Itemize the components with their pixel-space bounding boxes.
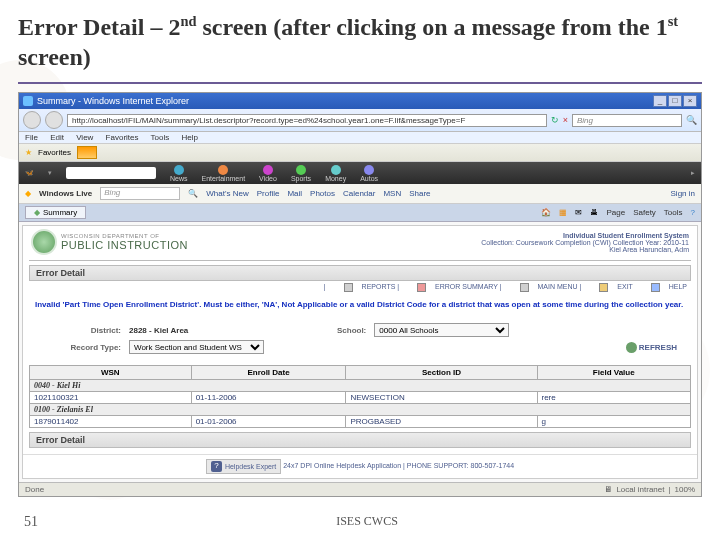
ie-titlebar: Summary - Windows Internet Explorer _ □ … (19, 93, 701, 109)
table-row[interactable]: 1879011402 01-01-2006 PROGBASED g (30, 416, 691, 428)
dpi-seal-icon (31, 229, 57, 255)
col-enroll: Enroll Date (191, 366, 346, 380)
ie-icon (23, 96, 33, 106)
wlive-whatsnew[interactable]: What's New (206, 189, 248, 198)
wlive-calendar[interactable]: Calendar (343, 189, 375, 198)
msn-money[interactable]: Money (325, 165, 346, 182)
record-type-select[interactable]: Work Section and Student WS (129, 340, 264, 354)
wlive-share[interactable]: Share (409, 189, 430, 198)
page-menu[interactable]: Page (606, 208, 625, 217)
favorites-star-icon[interactable]: ★ (25, 148, 32, 157)
msn-search[interactable] (66, 167, 156, 179)
feeds-icon[interactable]: ▦ (559, 208, 567, 217)
menu-file[interactable]: File (25, 133, 38, 142)
tabs-button[interactable] (77, 146, 97, 159)
tools-menu[interactable]: Tools (664, 208, 683, 217)
table-row[interactable]: 1021100321 01-11-2006 NEWSECTION rere (30, 392, 691, 404)
wlive-msn[interactable]: MSN (383, 189, 401, 198)
wlive-mail[interactable]: Mail (287, 189, 302, 198)
wlive-signin[interactable]: Sign in (671, 189, 695, 198)
refresh-icon2 (626, 342, 637, 353)
helpdesk-q-icon: ? (211, 461, 222, 472)
table-group-row: 0040 - Kiel Hi (30, 380, 691, 392)
reports-icon (344, 283, 353, 292)
app-link-bar: | REPORTS | ERROR SUMMARY | MAIN MENU | … (23, 281, 697, 294)
browser-tab[interactable]: ◆ Summary (25, 206, 86, 219)
status-zone: Local intranet (616, 485, 664, 494)
close-button[interactable]: × (683, 95, 697, 107)
menu-edit[interactable]: Edit (50, 133, 64, 142)
forward-button[interactable] (45, 111, 63, 129)
school-select[interactable]: 0000 All Schools (374, 323, 509, 337)
stop-icon[interactable]: × (563, 115, 568, 125)
status-left: Done (25, 485, 44, 494)
refresh-icon[interactable]: ↻ (551, 115, 559, 125)
window-buttons: _ □ × (653, 95, 697, 107)
helpdesk-footer: ? Helpdesk Expert 24x7 DPI Online Helpde… (23, 454, 697, 478)
link-exit[interactable]: EXIT (591, 283, 632, 290)
wlive-profile[interactable]: Profile (257, 189, 280, 198)
menu-favorites[interactable]: Favorites (106, 133, 139, 142)
minimize-button[interactable]: _ (653, 95, 667, 107)
ie-menu-bar: File Edit View Favorites Tools Help (19, 132, 701, 144)
district-value: 2828 - Kiel Area (129, 326, 188, 335)
col-fieldval: Field Value (537, 366, 691, 380)
back-button[interactable] (23, 111, 41, 129)
col-section: Section ID (346, 366, 537, 380)
helpdesk-box[interactable]: ? Helpdesk Expert (206, 459, 281, 474)
footer-center: ISES CWCS (336, 514, 398, 530)
ie-tab-row: ◆ Summary 🏠 ▦ ✉ 🖶 Page Safety Tools ? (19, 204, 701, 222)
mail-icon[interactable]: ✉ (575, 208, 582, 217)
home-icon[interactable]: 🏠 (541, 208, 551, 217)
error-table: WSN Enroll Date Section ID Field Value 0… (29, 365, 691, 428)
dpi-logo: WISCONSIN DEPARTMENT OF PUBLIC INSTRUCTI… (31, 229, 188, 255)
link-reports[interactable]: REPORTS (336, 283, 396, 290)
msn-video[interactable]: Video (259, 165, 277, 182)
wlive-search[interactable]: Bing (100, 187, 180, 200)
ie-status-bar: Done 🖥 Local intranet | 100% (19, 482, 701, 496)
tab-label: Summary (43, 208, 77, 217)
helpdesk-text: 24x7 DPI Online Helpdesk Application | P… (283, 462, 514, 469)
print-icon[interactable]: 🖶 (590, 208, 598, 217)
msn-autos[interactable]: Autos (360, 165, 378, 182)
safety-menu[interactable]: Safety (633, 208, 656, 217)
zone-icon: 🖥 (604, 485, 612, 494)
maximize-button[interactable]: □ (668, 95, 682, 107)
link-error-summary[interactable]: ERROR SUMMARY (409, 283, 498, 290)
district-label: District: (43, 326, 121, 335)
school-label: School: (288, 326, 366, 335)
msn-entertainment[interactable]: Entertainment (202, 165, 246, 182)
url-field[interactable]: http://localhost/IFIL/MAIN/summary/List.… (67, 114, 547, 127)
exit-icon (599, 283, 608, 292)
table-group-row: 0100 - Zielanis El (30, 404, 691, 416)
link-main-menu[interactable]: MAIN MENU (512, 283, 578, 290)
windows-live-bar: ◆ Windows Live Bing 🔍 What's New Profile… (19, 184, 701, 204)
rectype-label: Record Type: (43, 343, 121, 352)
main-menu-icon (520, 283, 529, 292)
ie-address-bar: http://localhost/IFIL/MAIN/summary/List.… (19, 109, 701, 132)
search-field[interactable]: Bing (572, 114, 682, 127)
status-zoom[interactable]: 100% (675, 485, 695, 494)
slide-footer: 51 ISES CWCS (0, 514, 720, 530)
tab-favicon: ◆ (34, 208, 40, 217)
error-summary-icon (417, 283, 426, 292)
slide-title: Error Detail – 2nd screen (after clickin… (0, 0, 720, 82)
msn-sports[interactable]: Sports (291, 165, 311, 182)
help-icon[interactable]: ? (691, 208, 695, 217)
msn-toolbar: 🦋 ▾ News Entertainment Video Sports Mone… (19, 162, 701, 184)
ie-favorites-bar: ★ Favorites (19, 144, 701, 162)
system-info: Individual Student Enrollment System Col… (481, 232, 689, 253)
favorites-label[interactable]: Favorites (38, 148, 71, 157)
link-help[interactable]: HELP (643, 283, 687, 290)
error-message: Invalid 'Part Time Open Enrollment Distr… (23, 294, 697, 316)
menu-view[interactable]: View (76, 133, 93, 142)
wlive-photos[interactable]: Photos (310, 189, 335, 198)
refresh-link[interactable]: REFRESH (626, 342, 677, 353)
msn-news[interactable]: News (170, 165, 188, 182)
search-go-icon[interactable]: 🔍 (686, 115, 697, 125)
app-body: WISCONSIN DEPARTMENT OF PUBLIC INSTRUCTI… (22, 225, 698, 479)
menu-help[interactable]: Help (182, 133, 198, 142)
menu-tools[interactable]: Tools (151, 133, 170, 142)
ie-window-title: Summary - Windows Internet Explorer (37, 96, 189, 106)
help-q-icon (651, 283, 660, 292)
